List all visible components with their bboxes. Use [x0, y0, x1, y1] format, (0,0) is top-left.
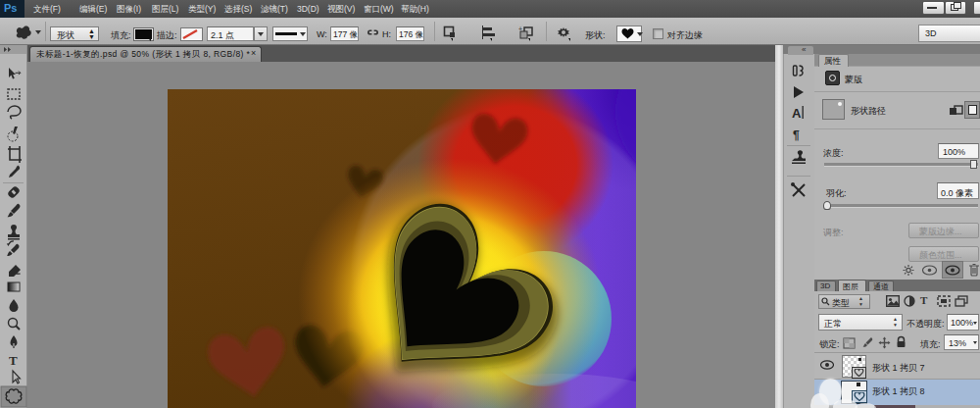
svg-text:A: A — [792, 106, 802, 121]
svg-text:¶: ¶ — [793, 128, 800, 142]
svg-text:+: + — [518, 26, 522, 32]
svg-text:T: T — [9, 353, 18, 368]
